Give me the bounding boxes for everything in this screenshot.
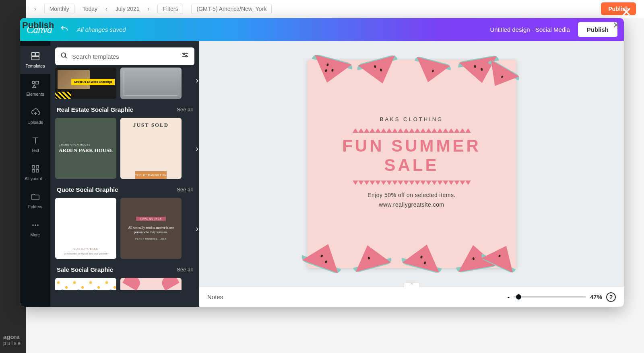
template-search[interactable]	[55, 47, 194, 65]
nav-text[interactable]: Text	[20, 130, 50, 158]
nav-uploads[interactable]: Uploads	[20, 102, 50, 130]
template-thumb[interactable]	[55, 278, 116, 290]
close-icon[interactable]: ✕	[621, 4, 632, 20]
zoom-slider[interactable]	[514, 296, 586, 298]
watermelon-icon	[308, 50, 353, 87]
watermelon-icon	[350, 240, 392, 276]
svg-rect-2	[32, 57, 39, 60]
undo-icon[interactable]	[60, 25, 69, 35]
see-all-link[interactable]: See all	[177, 187, 193, 193]
thumb-row	[55, 278, 194, 290]
bg-date: July 2021	[116, 6, 140, 12]
document-title[interactable]: Untitled design - Social Media	[490, 26, 570, 33]
thumb-tag: LOVE QUOTES	[136, 217, 166, 221]
bg-nav-arrow: ›	[34, 6, 36, 12]
canva-editor-modal: Canva All changes saved Untitled design …	[20, 18, 624, 307]
design-brand-text[interactable]: BAKS CLOTHING	[308, 116, 516, 122]
nav-uploads-label: Uploads	[27, 120, 43, 125]
nav-more[interactable]: More	[20, 215, 50, 243]
svg-rect-1	[36, 53, 39, 56]
section-quote: Quote Social Graphic See all ELIA NATA B…	[55, 186, 194, 259]
bg-next: ›	[148, 6, 150, 12]
svg-point-13	[183, 53, 185, 55]
chevron-right-icon[interactable]: ›	[196, 224, 198, 233]
thumb-bottom-text: THE REMMINGTON	[135, 171, 167, 179]
nav-templates-label: Templates	[26, 64, 45, 68]
svg-point-14	[186, 55, 187, 57]
help-icon[interactable]: ?	[606, 292, 616, 302]
see-all-link[interactable]: See all	[177, 267, 193, 273]
zoom-minus[interactable]: -	[508, 293, 510, 301]
template-thumb[interactable]: LOVE QUOTES All we really need to surviv…	[120, 198, 182, 259]
thumb-author: PENNY MIDMORE, LOST	[135, 238, 167, 240]
template-thumb[interactable]: ELIA NATA BASS be beautiful, be stylish,…	[55, 198, 116, 259]
zoom-slider-thumb[interactable]	[516, 294, 521, 300]
bg-today: Today	[83, 6, 97, 12]
headline-line1: FUN SUMMER	[342, 136, 481, 155]
section-title: Real Estate Social Graphic	[57, 106, 133, 113]
svg-point-9	[32, 224, 34, 226]
canvas-footer: ⌃ Notes - 47% ?	[199, 287, 624, 307]
design-headline[interactable]: FUN SUMMER SALE	[308, 136, 516, 175]
editor-topbar: Canva All changes saved Untitled design …	[20, 18, 624, 41]
nav-text-label: Text	[31, 148, 39, 153]
svg-point-11	[37, 224, 39, 226]
search-icon	[60, 51, 68, 61]
design-subtext2[interactable]: www.reallygreatsite.com	[308, 201, 516, 208]
agora-line1: agora	[3, 333, 20, 340]
thumb-quote: All we really need to survive is one per…	[125, 226, 177, 234]
nav-elements[interactable]: Elements	[20, 74, 50, 102]
agorapulse-logo: agora pulse	[3, 334, 22, 346]
thumb-caption: be beautiful, be stylish, and love yours…	[63, 250, 108, 256]
expand-handle-icon[interactable]: ⌃	[404, 282, 420, 287]
design-subtext1[interactable]: Enjoy 50% off on selected items.	[308, 192, 516, 198]
nav-folders-label: Folders	[28, 204, 42, 209]
filter-icon[interactable]	[181, 51, 190, 62]
see-all-link[interactable]: See all	[177, 107, 193, 113]
chevron-right-icon[interactable]: ›	[196, 76, 198, 85]
design-divider-bottom	[348, 181, 476, 185]
svg-rect-4	[36, 81, 39, 84]
save-status: All changes saved	[77, 26, 126, 33]
section-title: Quote Social Graphic	[57, 186, 118, 193]
svg-point-10	[35, 224, 36, 226]
canvas-viewport[interactable]: BAKS CLOTHING FUN SUMMER SALE Enjoy 50% …	[199, 41, 624, 287]
svg-rect-6	[36, 166, 39, 168]
thumb-smalltext: GRAND OPEN HOUSE	[59, 144, 113, 146]
bg-toolbar: › Monthly Today ‹ July 2021 › Filters (G…	[26, 0, 644, 18]
agora-line2: pulse	[3, 340, 22, 346]
chevron-right-icon[interactable]: ›	[196, 144, 198, 153]
nav-more-label: More	[31, 232, 40, 237]
modal-inner-close[interactable]: ✕	[613, 20, 620, 31]
search-input[interactable]	[72, 53, 177, 60]
canvas-area: BAKS CLOTHING FUN SUMMER SALE Enjoy 50% …	[199, 41, 624, 307]
template-thumb[interactable]	[120, 68, 182, 99]
editor-body: Templates Elements Uploads Text All your…	[20, 41, 624, 307]
templates-panel: Astraeus 12-Week Challenge › Real Estate…	[50, 41, 199, 307]
template-thumb[interactable]: Astraeus 12-Week Challenge	[55, 68, 116, 99]
template-thumb[interactable]: GRAND OPEN HOUSE ARDEN PARK HOUSE	[55, 118, 116, 179]
notes-button[interactable]: Notes	[207, 293, 223, 300]
bg-filters: Filters	[157, 4, 183, 14]
svg-rect-0	[32, 53, 35, 56]
svg-rect-5	[32, 166, 35, 168]
template-thumb[interactable]	[120, 278, 182, 290]
template-thumb[interactable]: JUST SOLD THE REMMINGTON	[120, 118, 182, 179]
side-nav: Templates Elements Uploads Text All your…	[20, 41, 50, 307]
nav-folders[interactable]: Folders	[20, 187, 50, 215]
nav-allyourdesigns[interactable]: All your d...	[20, 158, 50, 187]
bg-monthly: Monthly	[44, 4, 74, 14]
thumb-bigtext: ARDEN PARK HOUSE	[59, 148, 113, 153]
section-realestate: Real Estate Social Graphic See all GRAND…	[55, 106, 194, 179]
thumb-label: Astraeus 12-Week Challenge	[71, 79, 115, 85]
design-canvas[interactable]: BAKS CLOTHING FUN SUMMER SALE Enjoy 50% …	[308, 60, 516, 268]
svg-rect-8	[36, 170, 39, 172]
nav-templates[interactable]: Templates	[20, 46, 50, 74]
bg-timezone: (GMT-5) America/New_York	[191, 4, 272, 14]
watermelon-icon	[357, 51, 401, 88]
headline-line2: SALE	[384, 156, 439, 174]
zoom-value[interactable]: 47%	[590, 293, 602, 300]
thumb-row-partial: Astraeus 12-Week Challenge ›	[55, 68, 194, 99]
publish-button[interactable]: Publish	[578, 22, 617, 37]
zoom-control: - 47% ?	[508, 292, 616, 302]
